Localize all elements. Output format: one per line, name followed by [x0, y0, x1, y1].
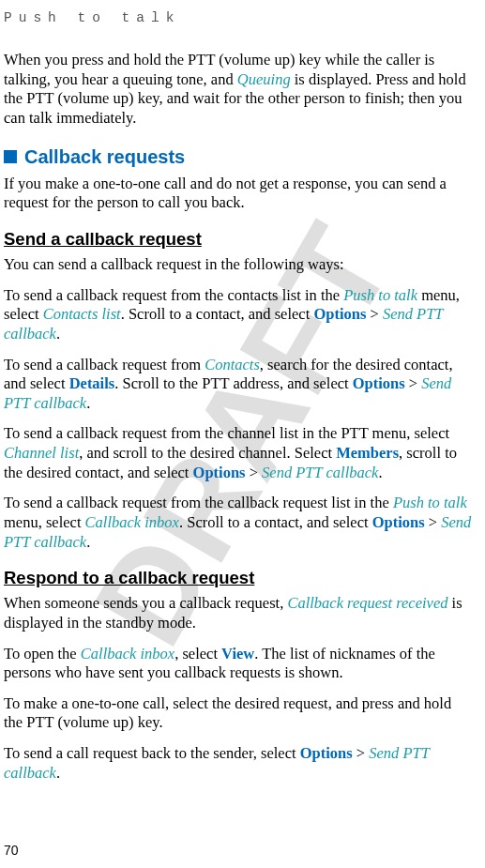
send-ptt-callback-term: Send PTT callback: [262, 464, 378, 481]
text: To send a callback request from the cont…: [4, 286, 343, 304]
page-number: 70: [4, 843, 19, 860]
respond-open-inbox: To open the Callback inbox, select View.…: [4, 645, 474, 683]
options-term: Options: [372, 513, 425, 531]
running-header: Push to talk: [4, 9, 474, 26]
ptt-term: Push to talk: [393, 494, 467, 511]
intro-paragraph: When you press and hold the PTT (volume …: [4, 51, 474, 129]
text: To open the: [4, 645, 81, 662]
callback-inbox-term: Callback inbox: [81, 645, 174, 662]
details-term: Details: [69, 374, 115, 392]
view-term: View: [221, 645, 254, 662]
text: .: [56, 325, 60, 343]
text: . Scroll to the PTT address, and select: [114, 374, 353, 392]
send-ways: You can send a callback request in the f…: [4, 255, 474, 275]
text: >: [425, 513, 442, 531]
options-term: Options: [193, 464, 246, 481]
queuing-term: Queuing: [237, 70, 291, 88]
send-from-contacts: To send a callback request from Contacts…: [4, 356, 474, 414]
subheading-respond: Respond to a callback request: [4, 567, 474, 588]
text: , and scroll to the desired channel. Sel…: [79, 444, 336, 462]
respond-one-to-one: To make a one-to-one call, select the de…: [4, 694, 474, 733]
ptt-term: Push to talk: [343, 286, 417, 304]
section-title-text: Callback requests: [24, 145, 185, 169]
text: menu, select: [4, 513, 85, 531]
send-from-channel-list: To send a callback request from the chan…: [4, 424, 474, 482]
page-content: Push to talk When you press and hold the…: [4, 9, 474, 783]
send-from-callback-list: To send a callback request from the call…: [4, 494, 474, 552]
text: >: [405, 374, 422, 392]
text: .: [86, 533, 90, 551]
channel-list-term: Channel list: [4, 444, 79, 462]
options-term: Options: [313, 305, 366, 323]
section-heading-callback: Callback requests: [4, 145, 474, 169]
text: To send a callback request from the chan…: [4, 424, 449, 442]
respond-send-back: To send a call request back to the sende…: [4, 744, 474, 783]
square-bullet-icon: [4, 150, 17, 163]
text: . Scroll to a contact, and select: [121, 305, 314, 323]
subheading-send: Send a callback request: [4, 228, 474, 250]
text: When someone sends you a callback reques…: [4, 594, 287, 612]
text: .: [86, 394, 90, 412]
contacts-list-term: Contacts list: [43, 305, 121, 323]
text: To send a callback request from: [4, 356, 205, 373]
options-term: Options: [353, 374, 405, 392]
callback-received-term: Callback request received: [287, 594, 447, 612]
contacts-term: Contacts: [205, 356, 260, 373]
text: . Scroll to a contact, and select: [179, 513, 372, 531]
text: .: [378, 464, 382, 481]
text: , select: [174, 645, 221, 662]
text: >: [353, 744, 370, 762]
text: >: [246, 464, 263, 481]
text: .: [56, 764, 60, 782]
members-term: Members: [336, 444, 399, 462]
callback-inbox-term: Callback inbox: [85, 513, 179, 531]
send-from-contacts-list: To send a callback request from the cont…: [4, 286, 474, 344]
respond-received: When someone sends you a callback reques…: [4, 594, 474, 632]
text: To send a callback request from the call…: [4, 494, 393, 511]
options-term: Options: [300, 744, 353, 762]
text: To send a call request back to the sende…: [4, 744, 300, 762]
text: >: [366, 305, 383, 323]
section-intro: If you make a one-to-one call and do not…: [4, 175, 474, 213]
